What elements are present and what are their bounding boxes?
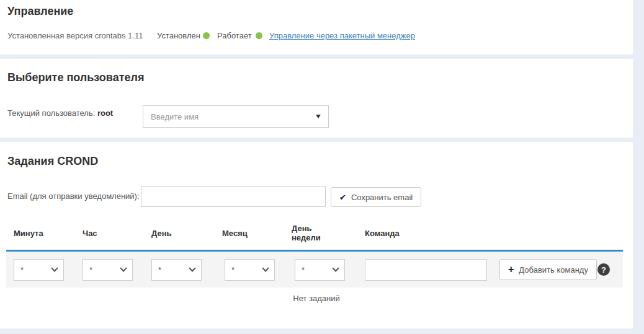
running-status-dot-icon (256, 32, 262, 39)
user-select-panel: Выберите пользователя Текущий пользовате… (0, 59, 633, 138)
column-header-day: День (151, 218, 210, 248)
chevron-down-icon (332, 265, 339, 271)
command-input[interactable] (365, 259, 487, 281)
minute-select[interactable]: * (14, 259, 64, 281)
plus-icon: + (508, 264, 514, 275)
empty-tasks-text: Нет заданий (0, 294, 633, 303)
column-header-weekday: День недели (292, 218, 330, 248)
weekday-select[interactable]: * (295, 259, 345, 281)
help-icon[interactable]: ? (597, 263, 610, 276)
chevron-down-icon (120, 265, 127, 271)
current-user-row: Текущий пользователь: root (7, 108, 113, 118)
column-header-hour: Час (83, 218, 141, 248)
new-task-row: * * * * * + Добавить команду (6, 252, 623, 288)
column-header-minute: Минута (14, 218, 73, 248)
chevron-down-icon (262, 265, 269, 271)
user-select-placeholder: Введите имя (151, 112, 316, 121)
checkmark-icon: ✔ (339, 193, 346, 202)
crond-title: Задания CROND (7, 155, 98, 168)
installed-version-text: Установленная версия crontabs 1.11 (7, 31, 143, 40)
crond-tasks-panel: Задания CROND Email (для отправки уведом… (0, 142, 633, 328)
column-header-command: Команда (365, 218, 424, 248)
add-command-button-label: Добавить команду (519, 265, 588, 275)
day-select[interactable]: * (151, 259, 202, 281)
user-select-dropdown[interactable]: Введите имя (143, 105, 329, 128)
package-manager-link[interactable]: Управление через пакетный менеджер (269, 31, 415, 40)
chevron-down-icon (51, 265, 58, 271)
current-user-value: root (97, 108, 113, 118)
chevron-down-icon (189, 265, 195, 271)
user-select-title: Выберите пользователя (7, 71, 144, 84)
month-select[interactable]: * (225, 259, 275, 281)
running-status-label: Работает (217, 31, 252, 40)
dropdown-arrow-icon (316, 115, 321, 118)
management-title: Управление (7, 5, 73, 18)
save-email-button-label: Сохранить email (351, 193, 413, 202)
installed-status-dot-icon (203, 32, 210, 39)
crontab-management-page: Управление Установленная версия crontabs… (0, 0, 644, 334)
save-email-button[interactable]: ✔ Сохранить email (331, 187, 421, 207)
installed-status-label: Установлен (157, 31, 200, 40)
add-command-button[interactable]: + Добавить команду (499, 259, 597, 280)
current-user-label: Текущий пользователь: (7, 108, 95, 118)
management-panel: Управление Установленная версия crontabs… (0, 0, 633, 55)
email-input[interactable] (141, 186, 326, 207)
hour-select[interactable]: * (83, 259, 133, 281)
column-header-month: Месяц (222, 218, 281, 248)
email-label: Email (для отправки уведомлений): (7, 191, 140, 201)
